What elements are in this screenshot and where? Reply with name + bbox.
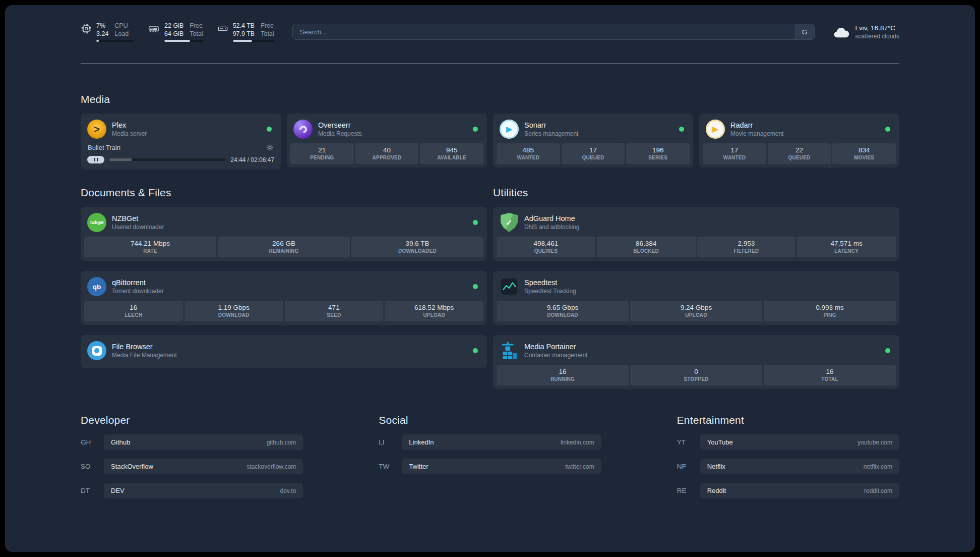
stat-value: 16 <box>765 368 895 375</box>
bookmark-link[interactable]: YouTube youtube.com <box>700 434 899 450</box>
disk-total-value: 97.9 TB <box>233 30 255 38</box>
pause-icon <box>94 158 95 161</box>
search-input[interactable] <box>293 24 795 39</box>
plex-logo: > <box>87 120 106 139</box>
bookmark-link[interactable]: Netflix netflix.com <box>700 459 899 474</box>
memory-progress-fill <box>164 40 190 42</box>
service-link[interactable]: Media Portainer Container management <box>497 339 896 365</box>
bookmark-url: reddit.com <box>864 487 892 494</box>
bookmark-name: Github <box>111 438 130 446</box>
sonarr-icon: ▶ <box>500 120 519 139</box>
service-card: Overseerr Media Requests 21 PENDING 40 A… <box>287 114 487 168</box>
pause-icon <box>97 158 98 161</box>
pause-button[interactable] <box>87 156 104 163</box>
bookmark-link[interactable]: DEV dev.to <box>104 483 303 498</box>
service-link[interactable]: Speedtest Speedtest Tracking <box>497 274 896 301</box>
stat-value: 39.6 TB <box>352 240 482 247</box>
service-link[interactable]: ▶ Radarr Movie management <box>703 117 896 143</box>
service-link[interactable]: ✓ AdGuard Home DNS and adblocking <box>497 210 896 237</box>
stat-block: 21 PENDING <box>290 143 354 164</box>
service-description: Media File Management <box>112 352 467 359</box>
service-name: AdGuard Home <box>524 214 893 222</box>
service-stats: 17 WANTED 22 QUEUED 834 MOVIES <box>703 143 896 164</box>
stat-block: 47.571 ms LATENCY <box>797 237 896 257</box>
stat-value: 498,461 <box>498 240 594 247</box>
status-dot <box>473 127 478 132</box>
bookmark-abbr: TW <box>379 463 402 470</box>
bookmark-abbr: SO <box>81 463 104 470</box>
bookmark-list: GH Github github.com SO StackOverflow st… <box>81 434 303 498</box>
stat-block: 498,461 QUERIES <box>497 237 595 257</box>
stat-block: 16 LEECH <box>84 301 183 321</box>
stat-block: 2,953 FILTERED <box>697 237 796 257</box>
resource-widgets: 7% 3.24 CPU Load <box>81 22 274 42</box>
cpu-load-value: 3.24 <box>96 30 108 38</box>
service-text: AdGuard Home DNS and adblocking <box>524 214 893 231</box>
service-link[interactable]: nzbget NZBGet Usenet downloader <box>84 210 483 237</box>
stat-value: 618.52 Mbps <box>386 304 482 311</box>
stat-value: 744.21 Mbps <box>85 240 215 247</box>
bookmark-row: RE Reddit reddit.com <box>677 483 899 498</box>
bookmark-row: DT DEV dev.to <box>81 483 303 498</box>
stat-label: FILTERED <box>698 248 795 254</box>
service-link[interactable]: ▶ Sonarr Series management <box>497 117 690 143</box>
bookmark-list: LI LinkedIn linkedin.com TW Twitter twit… <box>379 434 601 474</box>
stat-label: DOWNLOADED <box>352 248 482 254</box>
memory-free-value: 22 GiB <box>164 22 183 30</box>
section-media: Media > Plex Media server Bullet Train <box>81 93 899 170</box>
bookmark-name: Twitter <box>409 463 428 470</box>
search-provider-button[interactable]: G <box>795 24 814 39</box>
stat-value: 196 <box>627 146 689 154</box>
sonarr-logo: ▶ <box>500 120 519 139</box>
stat-label: WANTED <box>498 155 559 160</box>
section-documents: Documents & Files nzbget NZBGet Usenet d… <box>81 187 487 368</box>
adguard-logo: ✓ <box>501 213 518 232</box>
service-link[interactable]: qb qBittorrent Torrent downloader <box>84 274 483 301</box>
stat-block: 16 RUNNING <box>497 365 629 385</box>
stat-label: AVAILABLE <box>421 155 482 160</box>
service-card: ✓ AdGuard Home DNS and adblocking 498,46… <box>493 207 899 261</box>
service-text: Plex Media server <box>112 121 261 137</box>
memory-widget-body: 22 GiB 64 GiB Free Total <box>164 22 203 42</box>
service-text: Speedtest Speedtest Tracking <box>524 278 893 295</box>
bookmark-link[interactable]: LinkedIn linkedin.com <box>402 434 601 450</box>
service-text: NZBGet Usenet downloader <box>112 214 467 231</box>
service-stats: 21 PENDING 40 APPROVED 945 AVAILABLE <box>290 143 483 164</box>
gear-icon[interactable] <box>266 144 274 151</box>
stat-label: BLOCKED <box>598 248 695 254</box>
bookmark-link[interactable]: Twitter twitter.com <box>402 459 601 474</box>
service-description: Torrent downloader <box>112 288 467 295</box>
dashboard: 7% 3.24 CPU Load <box>5 5 975 552</box>
filebrowser-logo <box>87 341 106 360</box>
stat-block: 196 SERIES <box>626 143 690 164</box>
service-card: ▶ Sonarr Series management 485 WANTED 17… <box>493 114 693 168</box>
bookmark-group-title: Developer <box>81 414 303 426</box>
service-card: File Browser Media File Management <box>81 335 487 368</box>
plex-icon: > <box>87 120 106 139</box>
stat-block: 618.52 Mbps UPLOAD <box>385 301 483 321</box>
service-link[interactable]: File Browser Media File Management <box>84 339 483 365</box>
bookmark-link[interactable]: Github github.com <box>104 434 303 450</box>
stat-label: SEED <box>286 312 383 318</box>
service-link[interactable]: Overseerr Media Requests <box>290 117 483 143</box>
bookmark-abbr: LI <box>379 438 402 446</box>
weather-text: Lviv, 16.87°C scattered clouds <box>855 24 899 40</box>
service-text: Sonarr Series management <box>524 121 673 137</box>
stat-block: 1.19 Gbps DOWNLOAD <box>185 301 283 321</box>
service-card: nzbget NZBGet Usenet downloader 744.21 M… <box>81 207 487 261</box>
service-name: File Browser <box>112 343 467 351</box>
bookmark-group: Social LI LinkedIn linkedin.com TW Twitt… <box>379 414 601 483</box>
service-link[interactable]: > Plex Media server <box>84 117 277 143</box>
bookmark-link[interactable]: StackOverflow stackoverflow.com <box>104 459 303 474</box>
service-text: qBittorrent Torrent downloader <box>112 278 467 295</box>
bookmark-link[interactable]: Reddit reddit.com <box>700 483 899 498</box>
overseerr-logo <box>293 120 313 139</box>
service-text: Media Portainer Container management <box>524 343 880 359</box>
status-dot <box>473 220 478 225</box>
weather-widget: Lviv, 16.87°C scattered clouds <box>833 24 899 40</box>
stat-value: 945 <box>421 146 482 154</box>
bookmark-url: linkedin.com <box>561 439 594 446</box>
disk-widget: 52.4 TB 97.9 TB Free Total <box>217 22 274 42</box>
stat-value: 266 GB <box>219 240 349 247</box>
two-column-area: Documents & Files nzbget NZBGet Usenet d… <box>81 187 899 389</box>
